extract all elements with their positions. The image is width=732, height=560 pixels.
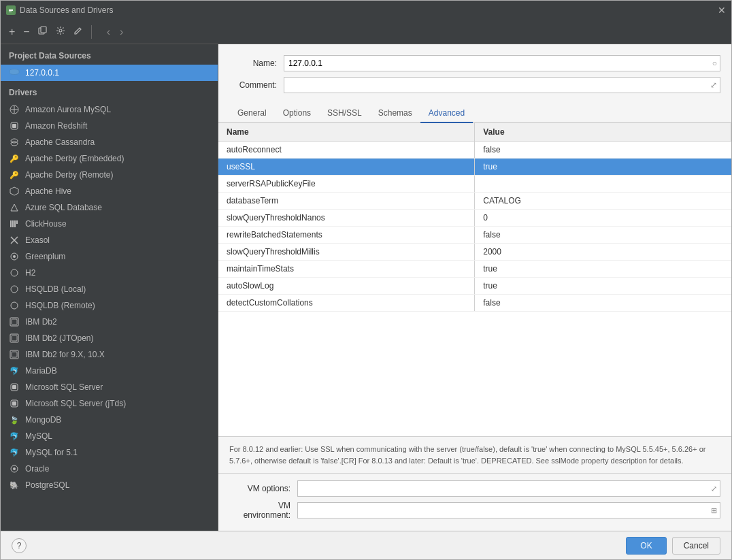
- driver-exasol[interactable]: Exasol: [1, 232, 218, 248]
- vm-options-expand-icon[interactable]: ⤢: [711, 484, 717, 493]
- driver-icon-ibm-db2-9x: [9, 349, 20, 360]
- driver-label: IBM Db2: [25, 317, 57, 327]
- driver-postgresql[interactable]: 🐘 PostgreSQL: [1, 477, 218, 493]
- tab-general[interactable]: General: [229, 104, 275, 123]
- driver-icon-hsqldb-remote: [9, 300, 20, 311]
- driver-mssql[interactable]: Microsoft SQL Server: [1, 379, 218, 395]
- svg-marker-15: [10, 187, 18, 195]
- help-button[interactable]: ?: [12, 538, 27, 553]
- driver-amazon-redshift[interactable]: Amazon Redshift: [1, 118, 218, 134]
- svg-rect-1: [9, 9, 13, 10]
- driver-apache-derby-embedded[interactable]: 🔑 Apache Derby (Embedded): [1, 150, 218, 167]
- property-value: false: [475, 142, 731, 159]
- sidebar: Project Data Sources 127.0.0.1 Drivers A…: [1, 44, 218, 531]
- tabs-bar: General Options SSH/SSL Schemas Advanced: [218, 104, 731, 123]
- driver-oracle[interactable]: Oracle: [1, 461, 218, 477]
- table-row[interactable]: useSSL true: [218, 159, 731, 176]
- driver-hsqldb-remote[interactable]: HSQLDB (Remote): [1, 297, 218, 314]
- svg-rect-31: [12, 335, 17, 341]
- drivers-section-title: Drivers: [1, 81, 218, 101]
- edit-button[interactable]: [71, 24, 86, 39]
- table-row[interactable]: detectCustomCollations false: [218, 295, 731, 312]
- driver-icon-mariadb: 🐬: [9, 365, 20, 376]
- driver-mssql-jtds[interactable]: Microsoft SQL Server (jTds): [1, 395, 218, 412]
- close-button[interactable]: ✕: [718, 5, 726, 16]
- back-button[interactable]: ‹: [103, 24, 114, 39]
- col-header-value: Value: [475, 123, 731, 142]
- vm-environment-edit-icon[interactable]: ⊞: [711, 506, 717, 515]
- settings-button[interactable]: [53, 24, 68, 39]
- name-input-wrapper: ○: [284, 55, 720, 71]
- name-row: Name: ○: [229, 55, 720, 71]
- svg-point-25: [11, 269, 18, 276]
- properties-table: Name Value autoReconnect false useSSL tr…: [218, 123, 731, 312]
- driver-h2[interactable]: H2: [1, 265, 218, 281]
- tab-schemas[interactable]: Schemas: [370, 104, 420, 123]
- property-name: maintainTimeStats: [218, 261, 475, 278]
- comment-input[interactable]: [288, 80, 702, 90]
- table-row[interactable]: slowQueryThresholdMillis 2000: [218, 244, 731, 261]
- driver-icon-mssql-jtds: [9, 398, 20, 409]
- title-bar-left: Data Sources and Drivers: [6, 5, 113, 15]
- driver-apache-cassandra[interactable]: Apache Cassandra: [1, 134, 218, 150]
- driver-ibm-db2[interactable]: IBM Db2: [1, 314, 218, 330]
- driver-hsqldb-local[interactable]: HSQLDB (Local): [1, 281, 218, 297]
- tab-ssh-ssl[interactable]: SSH/SSL: [319, 104, 370, 123]
- driver-mariadb[interactable]: 🐬 MariaDB: [1, 363, 218, 379]
- driver-label: Greenplum: [25, 252, 65, 261]
- svg-point-26: [11, 286, 18, 293]
- driver-label: Apache Derby (Remote): [25, 170, 113, 180]
- driver-label: H2: [25, 268, 35, 278]
- remove-button[interactable]: −: [20, 24, 32, 39]
- driver-clickhouse[interactable]: ClickHouse: [1, 216, 218, 232]
- driver-mysql[interactable]: 🐬 MySQL: [1, 428, 218, 444]
- ok-button[interactable]: OK: [626, 537, 666, 555]
- driver-mongodb[interactable]: 🍃 MongoDB: [1, 412, 218, 428]
- vm-environment-row: VM environment: ⊞: [229, 501, 720, 520]
- driver-ibm-db2-jtopen[interactable]: IBM Db2 (JTOpen): [1, 330, 218, 346]
- property-value: 2000: [475, 244, 731, 261]
- vm-environment-input[interactable]: [298, 503, 703, 518]
- svg-point-14: [11, 142, 18, 146]
- datasource-icon: [9, 67, 20, 78]
- name-input[interactable]: [288, 59, 702, 68]
- driver-label: Apache Cassandra: [25, 137, 95, 147]
- driver-ibm-db2-9x[interactable]: IBM Db2 for 9.X, 10.X: [1, 346, 218, 363]
- svg-point-39: [13, 467, 16, 470]
- driver-azure-sql[interactable]: Azure SQL Database: [1, 199, 218, 216]
- driver-amazon-aurora-mysql[interactable]: Amazon Aurora MySQL: [1, 101, 218, 118]
- svg-rect-5: [41, 27, 46, 33]
- comment-label: Comment:: [229, 80, 284, 90]
- driver-label: Microsoft SQL Server (jTds): [25, 399, 126, 408]
- table-row[interactable]: autoReconnect false: [218, 142, 731, 159]
- svg-rect-20: [16, 220, 18, 224]
- table-row[interactable]: maintainTimeStats true: [218, 261, 731, 278]
- comment-expand-icon[interactable]: ⤢: [710, 80, 717, 90]
- forward-button[interactable]: ›: [116, 24, 127, 39]
- property-name: slowQueryThresholdNanos: [218, 210, 475, 227]
- cancel-button[interactable]: Cancel: [672, 537, 720, 555]
- table-row[interactable]: autoSlowLog true: [218, 278, 731, 295]
- table-row[interactable]: rewriteBatchedStatements false: [218, 227, 731, 244]
- toolbar: + − ‹ ›: [1, 20, 731, 44]
- table-row[interactable]: serverRSAPublicKeyFile: [218, 176, 731, 193]
- add-button[interactable]: +: [6, 24, 18, 39]
- driver-mysql-51[interactable]: 🐬 MySQL for 5.1: [1, 444, 218, 461]
- driver-label: Microsoft SQL Server: [25, 382, 103, 392]
- driver-icon-greenplum: [9, 251, 20, 262]
- driver-label: MySQL: [25, 431, 52, 441]
- vm-options-input[interactable]: [298, 481, 703, 496]
- svg-rect-19: [14, 220, 16, 227]
- duplicate-button[interactable]: [35, 24, 50, 39]
- driver-apache-hive[interactable]: Apache Hive: [1, 183, 218, 199]
- driver-greenplum[interactable]: Greenplum: [1, 248, 218, 265]
- property-name: detectCustomCollations: [218, 295, 475, 312]
- tab-advanced[interactable]: Advanced: [420, 104, 473, 123]
- project-datasource-item[interactable]: 127.0.0.1: [1, 65, 218, 81]
- table-row[interactable]: slowQueryThresholdNanos 0: [218, 210, 731, 227]
- driver-icon-apache-cassandra: [9, 137, 20, 148]
- tab-options[interactable]: Options: [275, 104, 319, 123]
- driver-label: MongoDB: [25, 415, 61, 425]
- driver-apache-derby-remote[interactable]: 🔑 Apache Derby (Remote): [1, 167, 218, 183]
- table-row[interactable]: databaseTerm CATALOG: [218, 193, 731, 210]
